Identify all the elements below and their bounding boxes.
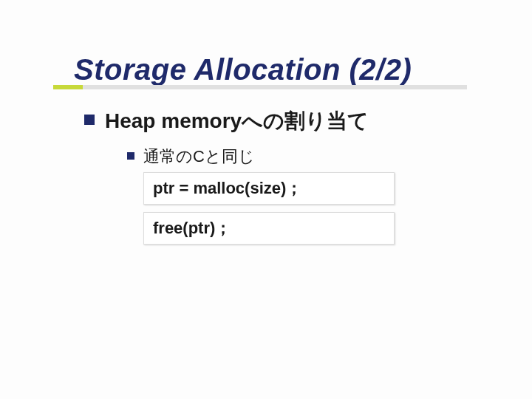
level1-text: Heap memoryへの割り当て [105, 107, 369, 135]
underline-rest [83, 85, 467, 89]
title-underline [53, 85, 467, 89]
slide: Storage Allocation (2/2) Heap memoryへの割り… [0, 0, 532, 282]
code-line: ptr = malloc(size)； [153, 179, 302, 197]
bullet-level1: Heap memoryへの割り当て [84, 107, 488, 135]
slide-title: Storage Allocation (2/2) [74, 53, 488, 86]
title-wrap: Storage Allocation (2/2) [74, 53, 488, 86]
square-bullet-icon [84, 115, 95, 125]
underline-accent [53, 85, 83, 89]
code-line: free(ptr)； [153, 219, 231, 237]
level2-text: 通常のCと同じ [143, 146, 255, 168]
code-block-free: free(ptr)； [143, 212, 395, 245]
code-block-malloc: ptr = malloc(size)； [143, 172, 395, 205]
square-bullet-icon [127, 152, 134, 160]
bullet-level2: 通常のCと同じ [127, 146, 488, 168]
